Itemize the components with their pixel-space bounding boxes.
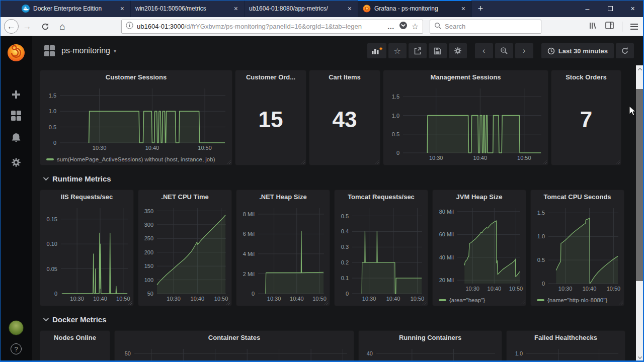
home-button[interactable]: ⌂ xyxy=(56,21,69,32)
tab-close-icon[interactable]: × xyxy=(232,5,239,13)
panel-title[interactable]: .NET CPU Time xyxy=(138,190,231,204)
tomcat-cpu-chart[interactable]: 00.51.01.510:3010:4010:50 xyxy=(533,204,621,293)
svg-text:4 Mil: 4 Mil xyxy=(243,251,255,257)
panel-title[interactable]: .NET Heap Size xyxy=(236,190,330,204)
panel-title[interactable]: Tomcat Requests/sec xyxy=(335,190,428,204)
panel-title[interactable]: Stock Orders xyxy=(551,70,621,84)
refresh-button[interactable] xyxy=(616,43,634,58)
user-avatar[interactable] xyxy=(9,320,24,335)
time-range-picker[interactable]: Last 30 minutes xyxy=(541,43,614,58)
svg-text:10:30: 10:30 xyxy=(362,296,376,302)
customer-sessions-chart[interactable]: 00.51.01.510:3010:4010:50 xyxy=(43,84,229,152)
dotnet-cpu-chart[interactable]: 5010015020025030035010:3010:4010:50 xyxy=(141,204,229,303)
back-button[interactable]: ← xyxy=(4,19,19,34)
svg-text:10:30: 10:30 xyxy=(70,296,84,302)
bookmark-star-icon[interactable]: ☆ xyxy=(412,22,419,31)
search-bar[interactable]: Search xyxy=(430,20,541,34)
scrollbar-thumb[interactable] xyxy=(636,89,643,281)
chart-legend[interactable]: sum(HomePage_ActiveSessions) without (ho… xyxy=(46,156,215,162)
dotnet-heap-chart[interactable]: 02 Mil4 Mil6 Mil8 Mil10:3010:4010:50 xyxy=(239,204,327,303)
tab-grafana-active[interactable]: Grafana - ps-monitoring × xyxy=(358,0,472,17)
page-actions-icon[interactable]: … xyxy=(387,23,395,31)
tab-ub1604-app-metrics[interactable]: ub1604-01:8080/app-metrics/ × xyxy=(245,0,358,17)
dashboards-icon[interactable] xyxy=(11,111,21,121)
running-containers-chart[interactable]: 40 xyxy=(361,345,499,361)
panel-title[interactable]: JVM Heap Size xyxy=(433,190,526,204)
info-icon[interactable] xyxy=(126,22,133,31)
new-tab-button[interactable]: + xyxy=(472,0,489,17)
panel-dotnet-cpu: .NET CPU Time 5010015020025030035010:301… xyxy=(138,190,231,306)
resize-handle[interactable] xyxy=(521,301,525,305)
panel-title[interactable]: Container States xyxy=(115,331,354,345)
dashboard-picker-icon[interactable] xyxy=(44,45,54,56)
svg-text:1.0: 1.0 xyxy=(392,113,399,119)
zoom-out-button[interactable] xyxy=(495,43,513,58)
time-back-button[interactable]: ‹ xyxy=(475,43,493,58)
star-dashboard-button[interactable]: ☆ xyxy=(388,43,407,58)
time-forward-button[interactable]: › xyxy=(515,43,533,58)
panel-title[interactable]: Nodes Online xyxy=(40,331,110,345)
panel-title[interactable]: Customer Ord... xyxy=(235,70,306,84)
legend-label: {area="heap"} xyxy=(449,297,485,303)
maximize-button[interactable] xyxy=(599,0,621,17)
library-icon[interactable] xyxy=(588,22,597,32)
forward-button[interactable]: → xyxy=(21,22,34,32)
svg-text:0.10: 0.10 xyxy=(47,241,57,247)
pocket-icon[interactable] xyxy=(399,22,407,31)
chart-legend[interactable]: {area="heap"} xyxy=(439,297,485,303)
management-sessions-chart[interactable]: 00.51.01.510:3010:4010:50 xyxy=(386,84,545,162)
panel-title[interactable]: IIS Requests/sec xyxy=(40,190,133,204)
panel-title[interactable]: Management Sessions xyxy=(383,70,548,84)
tab-close-icon[interactable]: × xyxy=(460,5,467,13)
panel-title[interactable]: Running Containers xyxy=(359,331,502,345)
configuration-gear-icon[interactable] xyxy=(11,157,21,169)
chart-legend[interactable]: {name="http-nio-8080"} xyxy=(537,297,607,303)
add-panel-button[interactable] xyxy=(367,43,386,58)
tomcat-requests-chart[interactable]: 00.10.20.30.40.510:3010:4010:50 xyxy=(337,204,425,303)
resize-handle[interactable] xyxy=(375,160,379,164)
url-text[interactable]: ub1604-01:3000/d/frYGxbvmz/ps-monitoring… xyxy=(137,23,387,30)
tab-close-icon[interactable]: × xyxy=(346,5,353,13)
dashboard: Customer Sessions 00.51.01.510:3010:4010… xyxy=(32,65,644,361)
clock-icon xyxy=(547,47,555,55)
container-states-chart[interactable]: 50 xyxy=(117,345,351,361)
resize-handle[interactable] xyxy=(227,160,231,164)
alerting-bell-icon[interactable] xyxy=(11,133,21,145)
panel-title[interactable]: Cart Items xyxy=(309,70,380,84)
grafana-logo[interactable] xyxy=(7,43,26,62)
save-dashboard-button[interactable] xyxy=(429,43,447,58)
panel-title[interactable]: Tomcat CPU Seconds xyxy=(531,190,624,204)
search-placeholder: Search xyxy=(445,23,465,30)
url-bar[interactable]: ub1604-01:3000/d/frYGxbvmz/ps-monitoring… xyxy=(121,20,423,34)
panel-container-states: Container States 50 xyxy=(115,331,354,361)
minimize-button[interactable]: – xyxy=(576,0,599,17)
tab-close-icon[interactable]: × xyxy=(119,5,126,13)
share-dashboard-button[interactable] xyxy=(409,43,427,58)
iis-requests-chart[interactable]: 00.050.100.1510:3010:4010:50 xyxy=(43,204,131,303)
tab-docker-ee[interactable]: Docker Enterprise Edition × xyxy=(17,0,131,17)
failed-healthchecks-chart[interactable]: 1.0 xyxy=(509,345,622,361)
dashboard-settings-button[interactable] xyxy=(449,43,467,58)
panel-running-containers: Running Containers 40 xyxy=(359,331,502,361)
stat-value: 43 xyxy=(309,107,380,132)
sidebar-toggle-icon[interactable] xyxy=(605,22,614,31)
jvm-heap-chart[interactable]: 20 Mil40 Mil60 Mil80 Mil10:3010:4010:50 xyxy=(435,204,523,293)
resize-handle[interactable] xyxy=(616,160,620,164)
create-icon[interactable] xyxy=(12,90,20,99)
menu-icon[interactable] xyxy=(630,24,638,30)
reload-button[interactable] xyxy=(39,23,52,31)
help-icon[interactable]: ? xyxy=(11,343,22,354)
svg-text:10:40: 10:40 xyxy=(145,145,159,151)
svg-text:0: 0 xyxy=(54,291,57,297)
panel-title[interactable]: Customer Sessions xyxy=(40,70,232,84)
panel-title[interactable]: Failed Healthchecks xyxy=(507,331,625,345)
section-docker-metrics[interactable]: Docker Metrics xyxy=(40,312,636,327)
chevron-down-icon[interactable]: ▾ xyxy=(114,48,116,54)
tab-win2016-metrics[interactable]: win2016-01:50506/metrics × xyxy=(131,0,245,17)
dashboard-title[interactable]: ps-monitoring xyxy=(61,46,110,55)
close-button[interactable]: × xyxy=(621,0,644,17)
section-runtime-metrics[interactable]: Runtime Metrics xyxy=(40,171,636,186)
resize-handle[interactable] xyxy=(619,301,623,305)
section-title: Docker Metrics xyxy=(52,315,107,324)
resize-handle[interactable] xyxy=(301,160,305,164)
